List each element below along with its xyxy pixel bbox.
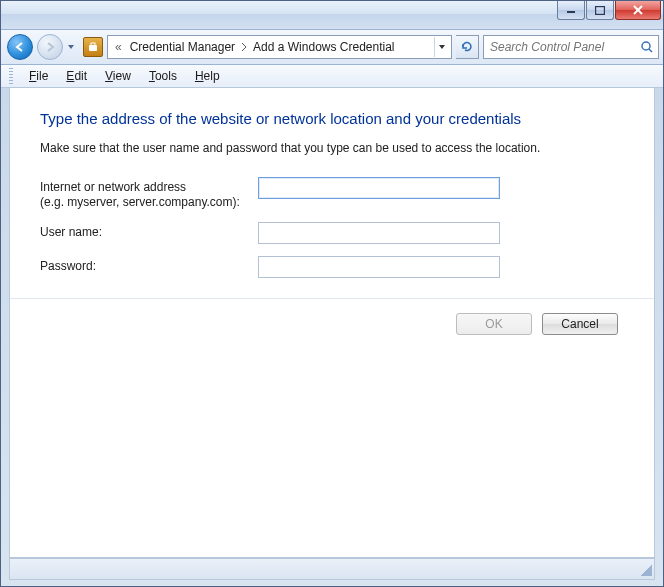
content-pane: Type the address of the website or netwo… <box>9 87 655 558</box>
page-intro: Make sure that the user name and passwor… <box>40 141 624 155</box>
page-title: Type the address of the website or netwo… <box>40 110 624 127</box>
cancel-button[interactable]: Cancel <box>542 313 618 335</box>
row-address: Internet or network address (e.g. myserv… <box>40 177 624 210</box>
password-label: Password: <box>40 256 258 274</box>
svg-point-6 <box>642 42 650 50</box>
toolbar-gripper[interactable] <box>9 68 13 84</box>
svg-rect-5 <box>91 43 95 46</box>
menu-help[interactable]: Help <box>187 67 228 85</box>
resize-grip[interactable] <box>638 562 652 576</box>
nav-bar: « Credential Manager Add a Windows Crede… <box>1 30 663 65</box>
button-row: OK Cancel <box>40 313 624 335</box>
menu-view[interactable]: View <box>97 67 139 85</box>
forward-button[interactable] <box>37 34 63 60</box>
svg-rect-0 <box>567 11 575 13</box>
row-username: User name: <box>40 222 624 244</box>
minimize-icon <box>566 6 576 14</box>
username-input[interactable] <box>258 222 500 244</box>
chevron-right-icon <box>240 42 248 52</box>
menu-file[interactable]: File <box>21 67 56 85</box>
address-label: Internet or network address (e.g. myserv… <box>40 177 258 210</box>
menu-bar: File Edit View Tools Help File Edit View… <box>1 65 663 88</box>
svg-line-7 <box>649 49 652 52</box>
address-bar[interactable]: « Credential Manager Add a Windows Crede… <box>107 35 452 59</box>
divider <box>10 298 654 299</box>
menu-tools[interactable]: Tools <box>141 67 185 85</box>
maximize-icon <box>595 6 605 15</box>
search-input[interactable] <box>488 39 622 55</box>
breadcrumb-segment-2[interactable]: Add a Windows Credential <box>250 38 397 56</box>
address-input[interactable] <box>258 177 500 199</box>
arrow-left-icon <box>13 40 27 54</box>
address-dropdown[interactable] <box>434 37 449 57</box>
search-box[interactable] <box>483 35 659 59</box>
row-password: Password: <box>40 256 624 278</box>
maximize-button[interactable] <box>586 1 614 20</box>
search-icon <box>640 40 654 54</box>
minimize-button[interactable] <box>557 1 585 20</box>
refresh-icon <box>460 40 474 54</box>
ok-button[interactable]: OK <box>456 313 532 335</box>
breadcrumb-prefix: « <box>112 40 125 54</box>
svg-rect-1 <box>596 6 605 14</box>
chevron-down-icon <box>438 43 446 51</box>
close-button[interactable] <box>615 1 661 20</box>
back-button[interactable] <box>7 34 33 60</box>
password-input[interactable] <box>258 256 500 278</box>
breadcrumb-segment-1[interactable]: Credential Manager <box>127 38 238 56</box>
credential-manager-icon <box>83 37 103 57</box>
menu-edit[interactable]: Edit <box>58 67 95 85</box>
username-label: User name: <box>40 222 258 240</box>
refresh-button[interactable] <box>456 35 479 59</box>
window-frame: « Credential Manager Add a Windows Crede… <box>0 0 664 587</box>
title-bar <box>1 1 663 30</box>
close-icon <box>632 5 644 15</box>
status-bar <box>9 558 655 580</box>
nav-history-dropdown[interactable] <box>67 42 75 52</box>
arrow-right-icon <box>43 40 57 54</box>
